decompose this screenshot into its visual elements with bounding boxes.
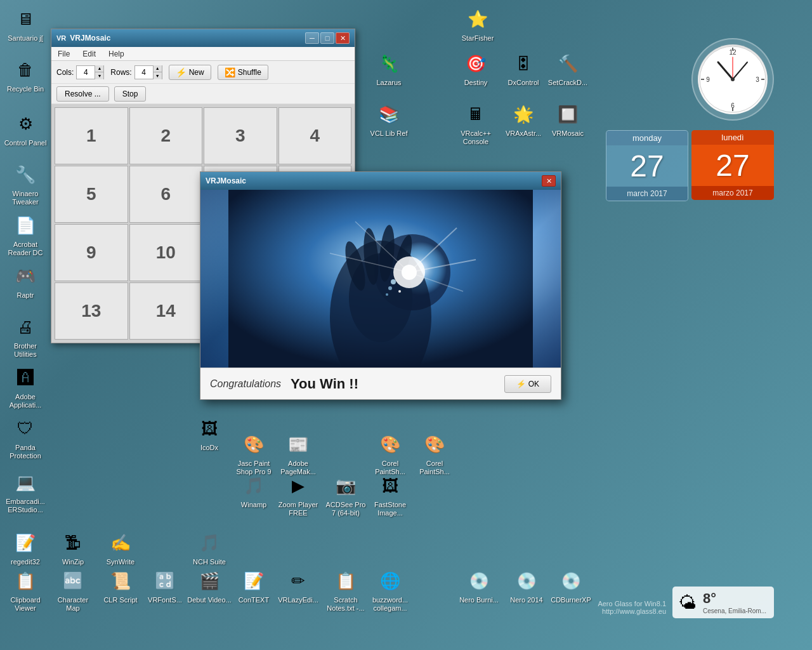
rows-up-button[interactable]: ▲ [153, 65, 162, 72]
dialog-close-button[interactable]: ✕ [542, 175, 556, 187]
recycle-bin-icon: 🗑 [13, 57, 38, 83]
weather-icon: 🌤 [679, 592, 697, 613]
desktop-icon-debut[interactable]: 🎬 Debut Video... [187, 568, 232, 604]
desktop-icon-control-panel[interactable]: ⚙ Control Panel [3, 111, 48, 147]
desktop-icon-adobe[interactable]: 🅰 Adobe Applicati... [3, 365, 48, 409]
desktop-icon-winzip[interactable]: 🗜 WinZip [51, 530, 95, 566]
stop-button[interactable]: Stop [114, 86, 147, 102]
mosaic-cell-3[interactable]: 3 [204, 107, 277, 164]
shuffle-label: Shuffle [238, 68, 261, 77]
desktop-icon-raptr[interactable]: 🎮 Raptr [3, 263, 48, 300]
desktop-icon-starfisher[interactable]: ⭐ StarFisher [455, 6, 500, 43]
desktop-icon-nch[interactable]: 🎵 NCH Suite [187, 530, 232, 566]
vrlazyedi-icon: ✏ [285, 568, 311, 594]
rows-spinner[interactable]: 4 ▲ ▼ [134, 65, 162, 79]
vrmosaic-icon: 🔲 [555, 102, 580, 127]
desktop-icon-clrscript[interactable]: 📜 CLR Script [98, 568, 143, 604]
desktop-icon-scratch[interactable]: 📋 Scratch Notes.txt -... [324, 568, 368, 613]
mosaic-cell-10[interactable]: 10 [129, 224, 203, 281]
desktop-icon-vcllib[interactable]: 📚 VCL Lib Ref [367, 102, 411, 138]
desktop-icon-buzzword[interactable]: 🌐 buzzword... collegam... [368, 568, 412, 613]
mosaic-cell-9[interactable]: 9 [55, 224, 128, 281]
desktop-icon-winaero[interactable]: 🔧 Winaero Tweaker [3, 162, 48, 206]
desktop-icon-brother[interactable]: 🖨 Brother Utilities [3, 314, 48, 359]
calendar-lunedi: lunedì 27 marzo 2017 [691, 130, 774, 200]
aero-glass-text: Aero Glass for Win8.1 http://www.glass8.… [598, 600, 666, 615]
desktop-icon-nero2014[interactable]: 💿 Nero 2014 [504, 568, 549, 604]
ok-button[interactable]: ⚡ OK [504, 375, 551, 393]
desktop-icon-setcrackd[interactable]: 🔨 SetCrackD... [546, 51, 590, 87]
desktop-icon-lazarus[interactable]: 🦎 Lazarus [367, 51, 411, 87]
desktop-icon-acdsee[interactable]: 📷 ACDSee Pro 7 (64-bit) [324, 473, 368, 517]
maximize-button[interactable]: □ [320, 32, 334, 44]
new-button[interactable]: ⚡ New [169, 65, 211, 80]
mosaic-cell-4[interactable]: 4 [278, 107, 352, 164]
desktop-icon-dxcontrol[interactable]: 🎛 DxControl [501, 51, 546, 87]
corelpaint2-icon: 🎨 [422, 432, 447, 457]
vrcalc-icon: 🖩 [463, 102, 488, 127]
adobe-icon: 🅰 [13, 365, 38, 390]
mosaic-cell-1[interactable]: 1 [55, 107, 128, 164]
acdsee-icon: 📷 [333, 473, 358, 498]
ok-icon: ⚡ [516, 380, 526, 388]
rows-control: Rows: 4 ▲ ▼ [110, 65, 162, 79]
desktop-icon-context[interactable]: 📝 ConTEXT [232, 568, 276, 604]
desktop-icon-santuario[interactable]: 🖥 Santuario j[ [3, 6, 48, 43]
close-button[interactable]: ✕ [336, 32, 350, 44]
mosaic-cell-2[interactable]: 2 [129, 107, 203, 164]
desktop-icon-acrobat[interactable]: 📄 Acrobat Reader DC [3, 213, 48, 257]
desktop-icon-regedit[interactable]: 📝 regedit32 [3, 530, 48, 566]
shuffle-button[interactable]: 🔀 Shuffle [218, 65, 268, 80]
menu-file[interactable]: File [55, 48, 73, 60]
vrjmosaic-toolbar: Cols: 4 ▲ ▼ Rows: 4 ▲ ▼ [51, 61, 355, 84]
cols-spinner[interactable]: 4 ▲ ▼ [76, 65, 104, 79]
resolve-button[interactable]: Resolve ... [56, 86, 109, 102]
lazarus-icon: 🦎 [376, 51, 402, 76]
desktop-icon-winamp[interactable]: 🎵 Winamp [232, 473, 276, 509]
desktop-icon-vraxastr[interactable]: 🌟 VRAxAstr... [501, 102, 546, 138]
desktop-icon-vrfonts[interactable]: 🔡 VRFontS... [143, 568, 187, 604]
cols-down-button[interactable]: ▼ [95, 72, 103, 79]
zoom-player-label: Zoom Player FREE [276, 501, 320, 517]
desktop-icon-embarcadero[interactable]: 💻 Embarcadi... ERStudio... [3, 470, 48, 514]
vrjmosaic-menubar: File Edit Help [51, 47, 355, 61]
minimize-button[interactable]: ─ [305, 32, 319, 44]
desktop-icon-zoom-player[interactable]: ▶ Zoom Player FREE [276, 473, 320, 517]
desktop-icon-vrmosaic[interactable]: 🔲 VRMosaic [546, 102, 590, 138]
new-label: New [189, 68, 204, 77]
mosaic-cell-13[interactable]: 13 [55, 282, 128, 340]
dialog-footer: Congratulations You Win !! ⚡ OK [200, 368, 561, 399]
mosaic-cell-6[interactable]: 6 [129, 166, 203, 223]
desktop-icon-vrlazyedi[interactable]: ✏ VRLazyEdi... [276, 568, 320, 604]
aero-glass-line1: Aero Glass for Win8.1 [598, 600, 666, 607]
desktop-icon-recycle-bin[interactable]: 🗑 Recycle Bin [3, 57, 48, 93]
synwrite-icon: ✍ [108, 530, 133, 555]
desktop-icon-nero-burn[interactable]: 💿 Nero Burni... [457, 568, 501, 604]
panda-icon: 🛡 [13, 416, 38, 441]
cols-up-button[interactable]: ▲ [95, 65, 103, 72]
menu-help[interactable]: Help [105, 48, 128, 60]
desktop-icon-synwrite[interactable]: ✍ SynWrite [98, 530, 143, 566]
desktop-icon-faststone[interactable]: 🖼 FastStone Image... [368, 473, 412, 517]
desktop-icon-cdburnerxp[interactable]: 💿 CDBurnerXP [549, 568, 593, 604]
svg-text:9: 9 [706, 76, 710, 83]
menu-edit[interactable]: Edit [79, 48, 99, 60]
mosaic-cell-5[interactable]: 5 [55, 166, 128, 223]
desktop-icon-vrcalc[interactable]: 🖩 VRcalc++ Console [454, 102, 498, 146]
nch-icon: 🎵 [197, 530, 222, 555]
desktop-icon-destiny[interactable]: 🎯 Destiny [454, 51, 498, 87]
desktop-icon-corelpaint1[interactable]: 🎨 Corel PaintSh... [368, 432, 412, 476]
desktop-icon-clipboard[interactable]: 📋 Clipboard Viewer [3, 568, 48, 613]
desktop-icon-corelpaint2[interactable]: 🎨 Corel PaintSh... [412, 432, 457, 476]
mosaic-cell-14[interactable]: 14 [129, 282, 203, 340]
setcrackd-icon: 🔨 [555, 51, 580, 76]
rows-down-button[interactable]: ▼ [153, 72, 162, 79]
desktop-icon-icodx[interactable]: 🖼 IcoDx [187, 416, 232, 452]
desktop-icon-paintshop1[interactable]: 🎨 Jasc Paint Shop Pro 9 [232, 432, 276, 476]
desktop-icon-charmap[interactable]: 🔤 Character Map [51, 568, 95, 613]
debut-icon: 🎬 [197, 568, 222, 594]
desktop-icon-panda[interactable]: 🛡 Panda Protection [3, 416, 48, 460]
svg-point-30 [398, 290, 401, 293]
window-controls: ─ □ ✕ [305, 32, 350, 44]
desktop-icon-pagemaker[interactable]: 📰 Adobe PageMak... [276, 432, 320, 476]
